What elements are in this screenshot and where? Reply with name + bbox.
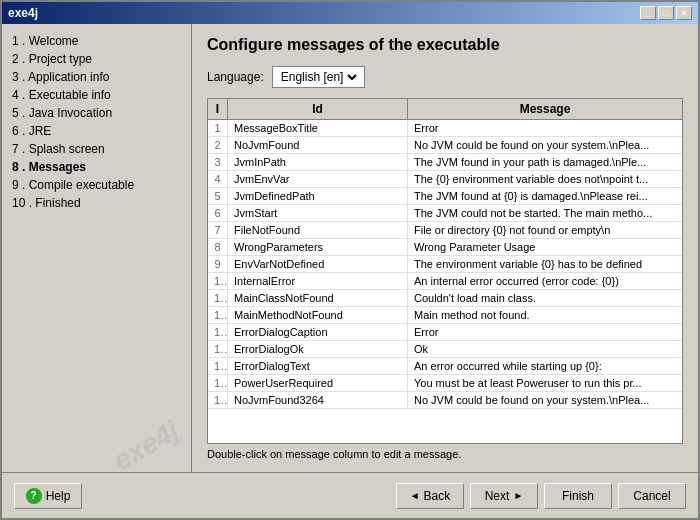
cell-message: Ok [408,341,682,357]
cancel-button[interactable]: Cancel [618,483,686,509]
sidebar-item-project-type[interactable]: 2 . Project type [2,50,191,68]
table-row[interactable]: 8 WrongParameters Wrong Parameter Usage [208,239,682,256]
cell-id: WrongParameters [228,239,408,255]
sidebar-item-finished[interactable]: 10 . Finished [2,194,191,212]
language-row: Language: English [en] [207,66,683,88]
cell-id: JvmDefinedPath [228,188,408,204]
cell-id: MainClassNotFound [228,290,408,306]
main-panel: Configure messages of the executable Lan… [192,24,698,472]
table-row[interactable]: 11 MainClassNotFound Couldn't load main … [208,290,682,307]
sidebar-item-app-info[interactable]: 3 . Application info [2,68,191,86]
table-row[interactable]: 9 EnvVarNotDefined The environment varia… [208,256,682,273]
cell-message: The environment variable {0} has to be d… [408,256,682,272]
cell-index: 13 [208,324,228,340]
col-message: Message [408,99,682,119]
back-button[interactable]: ◄ Back [396,483,464,509]
window-title: exe4j [8,6,38,20]
cell-index: 3 [208,154,228,170]
finish-button[interactable]: Finish [544,483,612,509]
table-row[interactable]: 16 PowerUserRequired You must be at leas… [208,375,682,392]
table-row[interactable]: 13 ErrorDialogCaption Error [208,324,682,341]
main-window: exe4j _ □ × 1 . Welcome 2 . Project type… [0,0,700,520]
cell-id: ErrorDialogCaption [228,324,408,340]
cell-id: InternalError [228,273,408,289]
close-button[interactable]: × [676,6,692,20]
cell-message: The {0} environment variable does not\np… [408,171,682,187]
sidebar-item-exec-info[interactable]: 4 . Executable info [2,86,191,104]
watermark: exe4j [108,415,185,472]
table-row[interactable]: 10 InternalError An internal error occur… [208,273,682,290]
minimize-button[interactable]: _ [640,6,656,20]
language-label: Language: [207,70,264,84]
table-row[interactable]: 5 JvmDefinedPath The JVM found at {0} is… [208,188,682,205]
cell-id: JvmEnvVar [228,171,408,187]
sidebar-item-java-invocation[interactable]: 5 . Java Invocation [2,104,191,122]
page-title: Configure messages of the executable [207,36,683,54]
title-bar: exe4j _ □ × [2,2,698,24]
cell-id: MessageBoxTitle [228,120,408,136]
language-select[interactable]: English [en] [277,69,360,85]
cell-id: PowerUserRequired [228,375,408,391]
table-row[interactable]: 17 NoJvmFound3264 No JVM could be found … [208,392,682,409]
cell-index: 8 [208,239,228,255]
back-arrow-icon: ◄ [410,490,420,501]
col-id: Id [228,99,408,119]
cell-message: An internal error occurred (error code: … [408,273,682,289]
next-label: Next [485,489,510,503]
maximize-button[interactable]: □ [658,6,674,20]
table-body: 1 MessageBoxTitle Error 2 NoJvmFound No … [208,120,682,443]
cell-id: NoJvmFound [228,137,408,153]
sidebar-item-compile[interactable]: 9 . Compile executable [2,176,191,194]
sidebar-item-messages[interactable]: 8 . Messages [2,158,191,176]
cell-message: No JVM could be found on your system.\nP… [408,392,682,408]
table-row[interactable]: 6 JvmStart The JVM could not be started.… [208,205,682,222]
table-row[interactable]: 3 JvmInPath The JVM found in your path i… [208,154,682,171]
footer: ? Help ◄ Back Next ► Finish Cancel [2,472,698,518]
table-row[interactable]: 14 ErrorDialogOk Ok [208,341,682,358]
finish-label: Finish [562,489,594,503]
sidebar: 1 . Welcome 2 . Project type 3 . Applica… [2,24,192,472]
cell-message: The JVM could not be started. The main m… [408,205,682,221]
language-dropdown[interactable]: English [en] [272,66,365,88]
table-row[interactable]: 7 FileNotFound File or directory {0} not… [208,222,682,239]
messages-table: I Id Message 1 MessageBoxTitle Error 2 N… [207,98,683,444]
sidebar-item-welcome[interactable]: 1 . Welcome [2,32,191,50]
cell-index: 6 [208,205,228,221]
cell-index: 7 [208,222,228,238]
content-area: 1 . Welcome 2 . Project type 3 . Applica… [2,24,698,472]
cell-index: 14 [208,341,228,357]
table-row[interactable]: 15 ErrorDialogText An error occurred whi… [208,358,682,375]
cancel-label: Cancel [633,489,670,503]
sidebar-item-splash[interactable]: 7 . Splash screen [2,140,191,158]
table-row[interactable]: 2 NoJvmFound No JVM could be found on yo… [208,137,682,154]
help-icon: ? [26,488,42,504]
help-button[interactable]: ? Help [14,483,82,509]
cell-id: FileNotFound [228,222,408,238]
hint-text: Double-click on message column to edit a… [207,448,683,460]
back-label: Back [424,489,451,503]
cell-message: Main method not found. [408,307,682,323]
help-label: Help [46,489,71,503]
table-header: I Id Message [208,99,682,120]
table-row[interactable]: 12 MainMethodNotFound Main method not fo… [208,307,682,324]
cell-id: ErrorDialogOk [228,341,408,357]
cell-message: You must be at least Poweruser to run th… [408,375,682,391]
cell-id: JvmStart [228,205,408,221]
cell-message: Error [408,120,682,136]
cell-index: 10 [208,273,228,289]
cell-message: The JVM found at {0} is damaged.\nPlease… [408,188,682,204]
table-row[interactable]: 4 JvmEnvVar The {0} environment variable… [208,171,682,188]
cell-index: 17 [208,392,228,408]
cell-id: NoJvmFound3264 [228,392,408,408]
sidebar-item-jre[interactable]: 6 . JRE [2,122,191,140]
cell-message: Wrong Parameter Usage [408,239,682,255]
footer-left: ? Help [14,483,82,509]
cell-index: 16 [208,375,228,391]
table-row[interactable]: 1 MessageBoxTitle Error [208,120,682,137]
cell-message: An error occurred while starting up {0}: [408,358,682,374]
cell-message: File or directory {0} not found or empty… [408,222,682,238]
cell-id: MainMethodNotFound [228,307,408,323]
next-arrow-icon: ► [513,490,523,501]
next-button[interactable]: Next ► [470,483,538,509]
title-bar-buttons: _ □ × [640,6,692,20]
